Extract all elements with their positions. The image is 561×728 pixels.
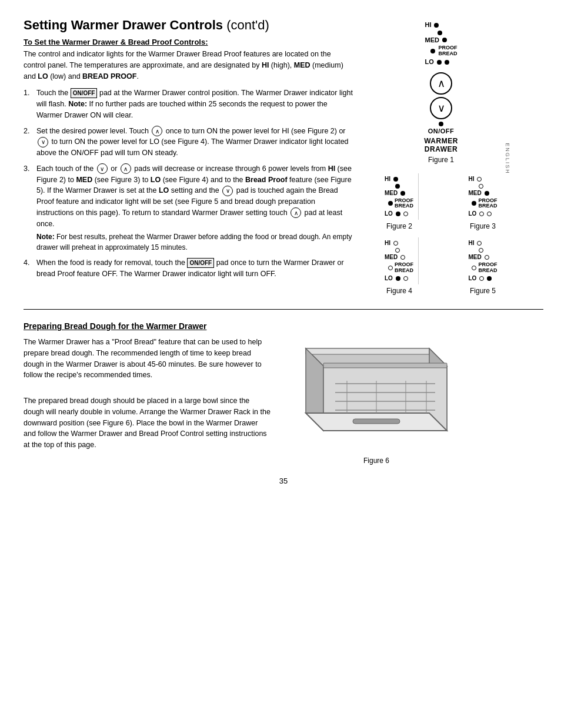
figure-1-container: HI MED PROOFBREAD (359, 18, 523, 164)
lo-dot-fig1 (437, 60, 442, 65)
proof-row-fig5: PROOFBREAD (468, 262, 497, 274)
lo-row-fig5: LO (468, 274, 497, 283)
step-2: 2. Set the desired power level. Touch ∧ … (24, 126, 353, 159)
steps-list: 1. Touch the ON/OFF pad at the Warmer Dr… (24, 88, 353, 280)
figure5-label: Figure 5 (442, 287, 523, 295)
bottom-section: Preparing Bread Dough for the Warmer Dra… (24, 321, 543, 465)
dot-proof-fig2 (388, 201, 393, 206)
figure6-label: Figure 6 (282, 457, 470, 465)
page-title: Setting Warmer Drawer Controls (cont'd) (24, 18, 353, 33)
med-row-fig3: MED (468, 189, 497, 198)
med-row-fig1: MED (425, 35, 457, 46)
figure-5-box: HI MED PROOFBREAD (442, 237, 523, 295)
svg-marker-1 (306, 348, 429, 354)
section1-title: To Set the Warmer Drawer & Bread Proof C… (24, 38, 353, 46)
med-label-fig2: MED (385, 189, 398, 198)
up-arrow-inline: ∧ (152, 126, 162, 136)
english-label: ENGLISH (505, 143, 510, 175)
section-divider (24, 309, 543, 310)
proof-row-fig1: PROOFBREAD (425, 45, 457, 57)
dot-row-fig2 (385, 184, 413, 189)
proof-label-fig2: PROOFBREAD (395, 198, 413, 210)
step-4: 4. When the food is ready for removal, t… (24, 257, 353, 280)
lo-dot-empty-fig3 (487, 212, 492, 216)
page: Setting Warmer Drawer Controls (cont'd) … (0, 0, 561, 728)
lo-row-fig2: LO (385, 209, 413, 219)
med-dot-fig2 (400, 191, 405, 196)
up-arrow-inline-3: ∧ (290, 207, 301, 218)
dot-fig3-1 (479, 184, 483, 189)
section2-para2: The prepared bread dough should be place… (24, 395, 271, 451)
lo-row-fig4: LO (385, 274, 413, 283)
dot-proof-fig3 (472, 201, 476, 206)
svg-rect-16 (323, 363, 447, 368)
lo-dot-empty-fig2 (403, 212, 408, 216)
figure6-column: Figure 6 (282, 337, 470, 465)
hi-dot-fig2 (393, 177, 398, 182)
hi-dot-fig5 (477, 241, 482, 246)
hi-row-fig1: HI (425, 20, 457, 31)
proof-label-fig1: PROOFBREAD (438, 45, 457, 57)
med-row-fig4: MED (385, 253, 413, 262)
section2-title: Preparing Bread Dough for the Warmer Dra… (24, 321, 543, 331)
hi-label-fig2: HI (385, 175, 390, 184)
intro-text: The control and indicator lights for the… (24, 49, 353, 82)
onoff-panel-fig1: ON/OFF (359, 122, 523, 135)
dot-proof-fig1 (430, 49, 435, 53)
lo-dot-fig4 (396, 276, 400, 281)
step3-note: Note: For best results, preheat the Warm… (36, 232, 353, 253)
dot-proof-fig4 (388, 266, 393, 270)
dot-fig1-1 (438, 31, 442, 35)
lo-row-fig3: LO (468, 209, 497, 219)
med-row-fig2: MED (385, 189, 413, 198)
lo-dot-fig2 (396, 212, 400, 216)
dot-row-fig3 (468, 184, 497, 189)
med-label-fig3: MED (468, 189, 481, 198)
figures-2-3-grid: HI MED PROOFBREAD (359, 173, 523, 296)
med-dot-fig3 (485, 191, 489, 196)
hi-row-fig5: HI (468, 239, 497, 248)
hi-label-fig4: HI (385, 239, 390, 248)
figure2-label: Figure 2 (359, 222, 440, 230)
bottom-text-column: The Warmer Drawer has a "Proof Bread" fe… (24, 337, 271, 465)
lo-label-fig3: LO (468, 209, 476, 219)
dot-fig4-1 (395, 248, 400, 253)
med-dot-fig5 (485, 255, 489, 260)
med-dot-fig4 (400, 255, 405, 260)
proof-row-fig4: PROOFBREAD (385, 262, 413, 274)
up-arrow-inline-2: ∧ (121, 163, 131, 174)
hi-dot-fig3 (477, 177, 482, 182)
title-bold: Setting Warmer Drawer Controls (24, 18, 223, 32)
figure-4-box: HI MED PROOFBREAD (359, 237, 440, 295)
empty-row-1 (425, 31, 457, 35)
left-column: Setting Warmer Drawer Controls (cont'd) … (24, 18, 353, 300)
figure1-label: Figure 1 (359, 156, 523, 164)
lo-label-fig4: LO (385, 274, 393, 283)
hi-row-fig3: HI (468, 175, 497, 184)
hi-dot-fig1 (434, 23, 439, 28)
dot-row-fig4 (385, 248, 413, 253)
figure4-label: Figure 4 (359, 287, 440, 295)
title-normal: (cont'd) (223, 18, 269, 32)
figure-3-box: HI MED PROOFBREAD (442, 173, 523, 231)
onoff-inline-2: ON/OFF (187, 258, 214, 268)
hi-row-fig4: HI (385, 239, 413, 248)
lo-label-fig1: LO (425, 57, 433, 68)
onoff-dot-fig1 (439, 122, 443, 126)
lo-dot-fig5 (479, 276, 484, 281)
figure3-label: Figure 3 (442, 222, 523, 230)
onoff-text-fig1: ON/OFF (359, 128, 523, 135)
proof-label-fig3: PROOFBREAD (478, 198, 497, 210)
svg-rect-6 (353, 419, 400, 424)
med-label-fig4: MED (385, 253, 398, 262)
hi-label-fig3: HI (468, 175, 474, 184)
warmer-drawer-label: WARMERDRAWER (359, 137, 523, 153)
down-arrow-inline-2: ∨ (97, 163, 108, 174)
med-label-fig5: MED (468, 253, 481, 262)
section2-para1: The Warmer Drawer has a "Proof Bread" fe… (24, 337, 271, 381)
figure-2-box: HI MED PROOFBREAD (359, 173, 440, 231)
onoff-inline-1: ON/OFF (71, 88, 98, 98)
down-arrow-fig1: ∨ (430, 97, 452, 119)
med-row-fig5: MED (468, 253, 497, 262)
lo-dot2-fig1 (445, 60, 449, 65)
